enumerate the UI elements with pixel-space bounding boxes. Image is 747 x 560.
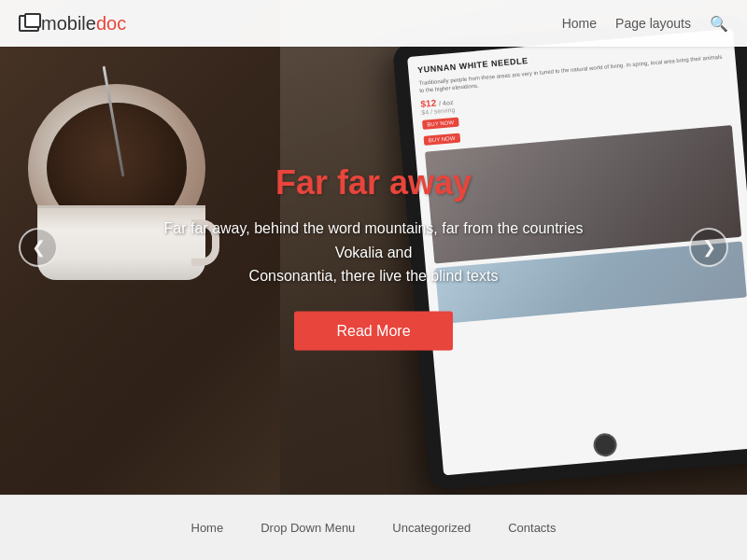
footer-nav: Home Drop Down Menu Uncategorized Contac… bbox=[0, 495, 747, 560]
slider-prev-button[interactable]: ❮ bbox=[19, 228, 58, 267]
footer-nav-uncategorized[interactable]: Uncategorized bbox=[392, 521, 471, 535]
footer-nav-dropdown[interactable]: Drop Down Menu bbox=[261, 521, 355, 535]
nav-item-home[interactable]: Home bbox=[562, 16, 597, 31]
tablet-buy-btn-1[interactable]: BUY NOW bbox=[422, 117, 458, 129]
search-icon[interactable]: 🔍 bbox=[710, 15, 728, 33]
logo-text-mobile: mobile bbox=[41, 13, 96, 35]
header: mobiledoc Home Page layouts 🔍 bbox=[0, 0, 747, 47]
logo-text-doc: doc bbox=[96, 13, 126, 35]
footer-nav-contacts[interactable]: Contacts bbox=[508, 521, 556, 535]
tablet-buy-btn-2[interactable]: BUY NOW bbox=[423, 133, 459, 145]
main-nav: Home Page layouts 🔍 bbox=[562, 15, 728, 33]
hero-title: Far far away bbox=[140, 163, 607, 203]
logo-icon bbox=[19, 15, 39, 32]
hero-content: Far far away Far far away, behind the wo… bbox=[140, 163, 607, 351]
chevron-left-icon: ❮ bbox=[32, 237, 46, 258]
footer-nav-home[interactable]: Home bbox=[191, 521, 224, 535]
nav-item-page-layouts[interactable]: Page layouts bbox=[615, 16, 691, 31]
hero-subtitle: Far far away, behind the word mountains,… bbox=[140, 217, 607, 288]
hero-section: YUNNAN WHITE NEEDLE Traditionally people… bbox=[0, 0, 747, 495]
logo: mobiledoc bbox=[19, 13, 126, 35]
tablet-home-button[interactable] bbox=[593, 432, 618, 457]
read-more-button[interactable]: Read More bbox=[294, 311, 452, 350]
slider-next-button[interactable]: ❯ bbox=[689, 228, 728, 267]
chevron-right-icon: ❯ bbox=[702, 237, 716, 258]
